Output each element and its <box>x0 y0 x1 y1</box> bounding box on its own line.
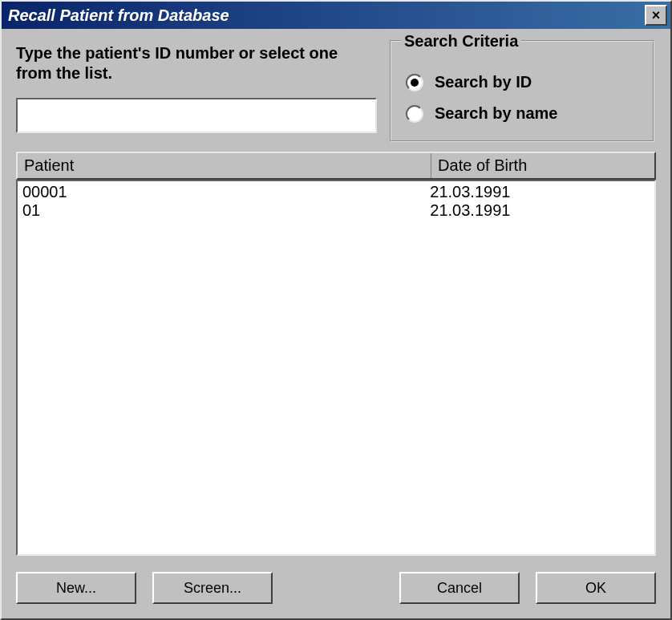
new-button[interactable]: New... <box>16 572 136 604</box>
cell-patient: 01 <box>22 201 430 220</box>
table-body[interactable]: 00001 21.03.1991 01 21.03.1991 <box>16 180 656 556</box>
table-row[interactable]: 00001 21.03.1991 <box>18 183 654 201</box>
radio-icon <box>406 74 423 91</box>
search-input-frame <box>16 98 377 133</box>
window-title: Recall Patient from Database <box>8 6 645 25</box>
search-criteria-group: Search Criteria Search by ID Search by n… <box>390 40 654 142</box>
titlebar: Recall Patient from Database × <box>2 2 670 29</box>
client-area: Type the patient's ID number or select o… <box>2 29 670 618</box>
radio-search-by-name[interactable]: Search by name <box>403 98 642 129</box>
patient-id-input[interactable] <box>22 103 370 128</box>
close-button[interactable]: × <box>645 5 667 26</box>
cell-dob: 21.03.1991 <box>430 183 650 201</box>
table-header: Patient Date of Birth <box>16 152 656 180</box>
screen-button[interactable]: Screen... <box>152 572 273 604</box>
cancel-button[interactable]: Cancel <box>399 572 520 604</box>
column-header-patient[interactable]: Patient <box>18 153 431 178</box>
button-row: New... Screen... Cancel OK <box>16 562 656 604</box>
radio-search-by-id[interactable]: Search by ID <box>403 67 642 98</box>
instruction-text: Type the patient's ID number or select o… <box>16 43 377 83</box>
radio-icon <box>406 105 423 123</box>
cell-dob: 21.03.1991 <box>430 201 650 220</box>
dialog-window: Recall Patient from Database × Type the … <box>0 0 672 620</box>
cell-patient: 00001 <box>22 183 430 201</box>
search-criteria-label: Search Criteria <box>401 32 521 51</box>
table-row[interactable]: 01 21.03.1991 <box>18 201 654 220</box>
close-icon: × <box>652 7 661 24</box>
radio-label: Search by ID <box>435 73 532 91</box>
search-left-pane: Type the patient's ID number or select o… <box>16 40 377 133</box>
patient-table: Patient Date of Birth 00001 21.03.1991 0… <box>16 152 656 556</box>
column-header-dob[interactable]: Date of Birth <box>431 153 654 178</box>
ok-button[interactable]: OK <box>536 572 656 604</box>
radio-label: Search by name <box>435 104 557 123</box>
radio-dot-icon <box>411 79 419 87</box>
top-row: Type the patient's ID number or select o… <box>16 40 656 142</box>
